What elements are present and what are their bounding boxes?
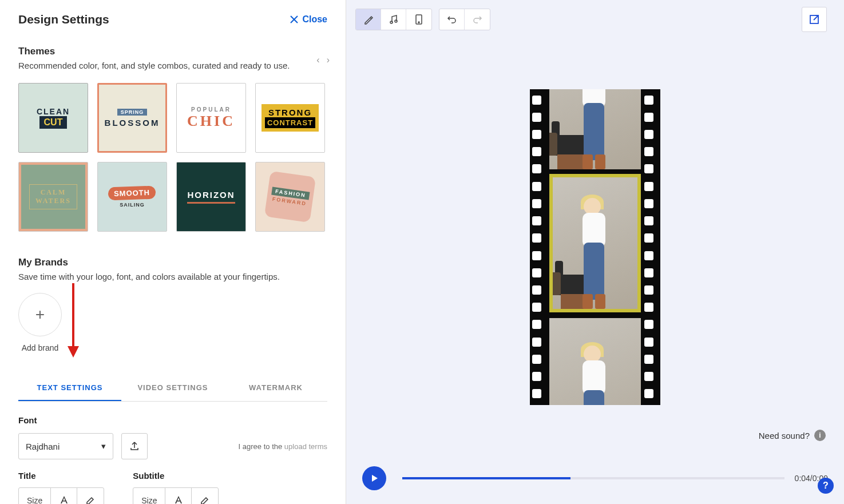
highlight-icon — [85, 495, 96, 504]
terms-prefix: I agree to the — [239, 442, 284, 451]
filmstrip-preview — [530, 89, 660, 405]
theme-label: STRONG — [268, 108, 312, 117]
upload-terms-text: I agree to the upload terms — [239, 442, 327, 451]
title-size-button[interactable]: Size — [19, 488, 51, 504]
export-icon — [809, 14, 820, 25]
info-icon: i — [814, 430, 826, 441]
upload-font-button[interactable] — [121, 433, 148, 459]
title-style-group: Size — [18, 487, 104, 504]
progress-fill — [402, 477, 570, 479]
theme-label: CALM — [35, 188, 71, 197]
need-sound-prompt[interactable]: Need sound? i — [759, 430, 826, 441]
progress-bar[interactable] — [402, 477, 784, 479]
tab-watermark[interactable]: WATERMARK — [224, 375, 327, 401]
redo-button[interactable] — [465, 9, 490, 30]
device-icon — [415, 14, 423, 25]
play-icon — [370, 474, 379, 483]
subtitle-highlight-button[interactable] — [192, 488, 218, 504]
play-button[interactable] — [362, 466, 386, 490]
brands-subheading: Save time with your logo, font, and colo… — [18, 272, 327, 281]
svg-point-8 — [390, 21, 393, 23]
theme-label: CUT — [39, 116, 68, 129]
highlight-icon — [199, 495, 211, 504]
subtitle-heading: Subtitle — [133, 471, 219, 481]
theme-label: SMOOTH — [108, 185, 156, 200]
page-title: Design Settings — [18, 13, 109, 26]
tab-text-settings[interactable]: TEXT SETTINGS — [18, 375, 121, 401]
theme-label: HORIZON — [187, 190, 235, 204]
help-button[interactable]: ? — [818, 478, 834, 494]
close-icon — [290, 15, 299, 24]
add-brand-button[interactable]: + — [18, 293, 62, 336]
undo-icon — [447, 14, 457, 25]
svg-point-11 — [418, 22, 419, 23]
title-font-color-button[interactable] — [51, 488, 77, 504]
font-label: Font — [18, 415, 327, 425]
close-label: Close — [302, 14, 327, 25]
themes-heading: Themes — [18, 46, 327, 57]
themes-subheading: Recommended color, font, and style combo… — [18, 61, 327, 70]
theme-popular-chic[interactable]: POPULARCHIC — [176, 83, 246, 153]
theme-label: SAILING — [120, 202, 145, 208]
theme-fashion-forward[interactable]: FASHIONFORWARD — [255, 162, 325, 232]
upload-terms-link[interactable]: upload terms — [284, 442, 327, 451]
redo-icon — [472, 14, 482, 25]
export-button[interactable] — [802, 7, 827, 32]
format-tool-button[interactable] — [406, 9, 431, 30]
subtitle-style-group: Size — [133, 487, 219, 504]
close-button[interactable]: Close — [290, 14, 327, 25]
font-color-icon — [173, 495, 184, 504]
plus-icon: + — [35, 305, 45, 324]
question-icon: ? — [823, 481, 829, 491]
tab-video-settings[interactable]: VIDEO SETTINGS — [121, 375, 224, 401]
theme-label: SPRING — [117, 109, 148, 116]
pencil-icon — [363, 14, 374, 25]
subtitle-size-button[interactable]: Size — [133, 488, 165, 504]
design-tool-button[interactable] — [356, 9, 381, 30]
theme-smooth-sailing[interactable]: SMOOTHSAILING — [97, 162, 167, 232]
subtitle-font-color-button[interactable] — [165, 488, 192, 504]
music-tool-button[interactable] — [381, 9, 406, 30]
font-select[interactable]: Rajdhani ▾ — [18, 433, 113, 459]
need-sound-label: Need sound? — [759, 431, 810, 440]
theme-label: CONTRAST — [265, 117, 315, 128]
theme-label: BLOSSOM — [105, 118, 160, 128]
title-heading: Title — [18, 471, 104, 481]
themes-next-button[interactable]: › — [327, 55, 330, 65]
theme-strong-contrast[interactable]: STRONGCONTRAST — [255, 83, 325, 153]
brands-heading: My Brands — [18, 257, 327, 268]
video-preview[interactable] — [346, 39, 844, 453]
themes-prev-button[interactable]: ‹ — [316, 55, 319, 65]
font-color-icon — [58, 495, 70, 504]
upload-icon — [129, 441, 140, 451]
add-brand-label: Add brand — [22, 343, 59, 352]
theme-spring-blossom[interactable]: SPRINGBLOSSOM — [97, 83, 167, 153]
font-select-value: Rajdhani — [26, 442, 60, 451]
theme-label: CHIC — [187, 113, 235, 130]
music-icon — [389, 14, 399, 25]
undo-button[interactable] — [439, 9, 465, 30]
svg-marker-13 — [372, 475, 378, 482]
chevron-down-icon: ▾ — [101, 441, 106, 451]
theme-clean-cut[interactable]: CLEANCUT — [18, 83, 88, 153]
theme-label: POPULAR — [191, 106, 231, 113]
theme-horizon[interactable]: HORIZON — [176, 162, 246, 232]
theme-calm-waters[interactable]: CALMWATERS — [18, 162, 88, 232]
theme-label: CLEAN — [37, 107, 70, 116]
theme-label: WATERS — [35, 197, 71, 205]
title-highlight-button[interactable] — [77, 488, 104, 504]
svg-point-9 — [395, 20, 397, 22]
